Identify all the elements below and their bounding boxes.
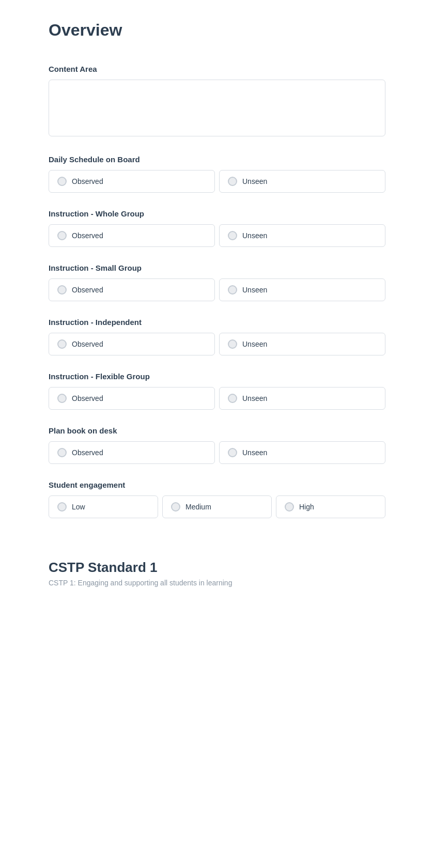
instruction-flexible-unseen[interactable]: Unseen (219, 387, 385, 410)
plan-book-radio-group: Observed Unseen (49, 441, 385, 464)
instruction-independent-unseen[interactable]: Unseen (219, 333, 385, 355)
instruction-whole-observed-label: Observed (72, 231, 103, 240)
radio-circle (57, 394, 67, 403)
cstp-section: CSTP Standard 1 CSTP 1: Engaging and sup… (49, 549, 385, 587)
student-engagement-medium-label: Medium (185, 503, 211, 511)
daily-schedule-unseen-label: Unseen (242, 177, 267, 185)
plan-book-observed-label: Observed (72, 448, 103, 457)
plan-book-observed[interactable]: Observed (49, 441, 215, 464)
daily-schedule-unseen[interactable]: Unseen (219, 170, 385, 193)
instruction-small-unseen-label: Unseen (242, 286, 267, 294)
page-title: Overview (49, 21, 385, 40)
instruction-independent-observed-label: Observed (72, 340, 103, 348)
instruction-flexible-observed[interactable]: Observed (49, 387, 215, 410)
daily-schedule-label: Daily Schedule on Board (49, 155, 385, 164)
radio-circle (57, 231, 67, 240)
radio-circle (57, 448, 67, 457)
instruction-whole-radio-group: Observed Unseen (49, 224, 385, 247)
instruction-flexible-label: Instruction - Flexible Group (49, 372, 385, 381)
daily-schedule-radio-group: Observed Unseen (49, 170, 385, 193)
instruction-independent-observed[interactable]: Observed (49, 333, 215, 355)
cstp-title: CSTP Standard 1 (49, 560, 385, 576)
instruction-whole-observed[interactable]: Observed (49, 224, 215, 247)
instruction-small-section: Instruction - Small Group Observed Unsee… (49, 264, 385, 301)
student-engagement-radio-group: Low Medium High (49, 495, 385, 518)
radio-circle (228, 177, 237, 186)
student-engagement-section: Student engagement Low Medium High (49, 481, 385, 518)
plan-book-unseen-label: Unseen (242, 448, 267, 457)
radio-circle (171, 502, 180, 512)
instruction-whole-section: Instruction - Whole Group Observed Unsee… (49, 209, 385, 247)
instruction-whole-label: Instruction - Whole Group (49, 209, 385, 218)
instruction-small-label: Instruction - Small Group (49, 264, 385, 272)
instruction-flexible-radio-group: Observed Unseen (49, 387, 385, 410)
radio-circle (57, 285, 67, 295)
content-area-label: Content Area (49, 65, 385, 73)
radio-circle (228, 285, 237, 295)
student-engagement-high-label: High (299, 503, 314, 511)
plan-book-unseen[interactable]: Unseen (219, 441, 385, 464)
content-area-input[interactable] (49, 80, 385, 136)
radio-circle (57, 339, 67, 349)
student-engagement-medium[interactable]: Medium (162, 495, 272, 518)
content-area-section: Content Area (49, 65, 385, 138)
instruction-independent-unseen-label: Unseen (242, 340, 267, 348)
instruction-whole-unseen[interactable]: Unseen (219, 224, 385, 247)
cstp-subtitle: CSTP 1: Engaging and supporting all stud… (49, 579, 385, 587)
radio-circle (57, 502, 67, 512)
instruction-flexible-observed-label: Observed (72, 394, 103, 402)
radio-circle (285, 502, 294, 512)
instruction-small-observed[interactable]: Observed (49, 278, 215, 301)
instruction-independent-section: Instruction - Independent Observed Unsee… (49, 318, 385, 355)
radio-circle (228, 231, 237, 240)
radio-circle (228, 339, 237, 349)
plan-book-label: Plan book on desk (49, 426, 385, 435)
instruction-small-radio-group: Observed Unseen (49, 278, 385, 301)
student-engagement-low-label: Low (72, 503, 85, 511)
instruction-small-unseen[interactable]: Unseen (219, 278, 385, 301)
daily-schedule-section: Daily Schedule on Board Observed Unseen (49, 155, 385, 193)
plan-book-section: Plan book on desk Observed Unseen (49, 426, 385, 464)
student-engagement-low[interactable]: Low (49, 495, 158, 518)
radio-circle (228, 394, 237, 403)
student-engagement-high[interactable]: High (276, 495, 385, 518)
instruction-whole-unseen-label: Unseen (242, 231, 267, 240)
radio-circle (228, 448, 237, 457)
radio-circle (57, 177, 67, 186)
instruction-flexible-unseen-label: Unseen (242, 394, 267, 402)
student-engagement-label: Student engagement (49, 481, 385, 489)
instruction-independent-label: Instruction - Independent (49, 318, 385, 327)
daily-schedule-observed-label: Observed (72, 177, 103, 185)
instruction-flexible-section: Instruction - Flexible Group Observed Un… (49, 372, 385, 410)
daily-schedule-observed[interactable]: Observed (49, 170, 215, 193)
instruction-independent-radio-group: Observed Unseen (49, 333, 385, 355)
instruction-small-observed-label: Observed (72, 286, 103, 294)
